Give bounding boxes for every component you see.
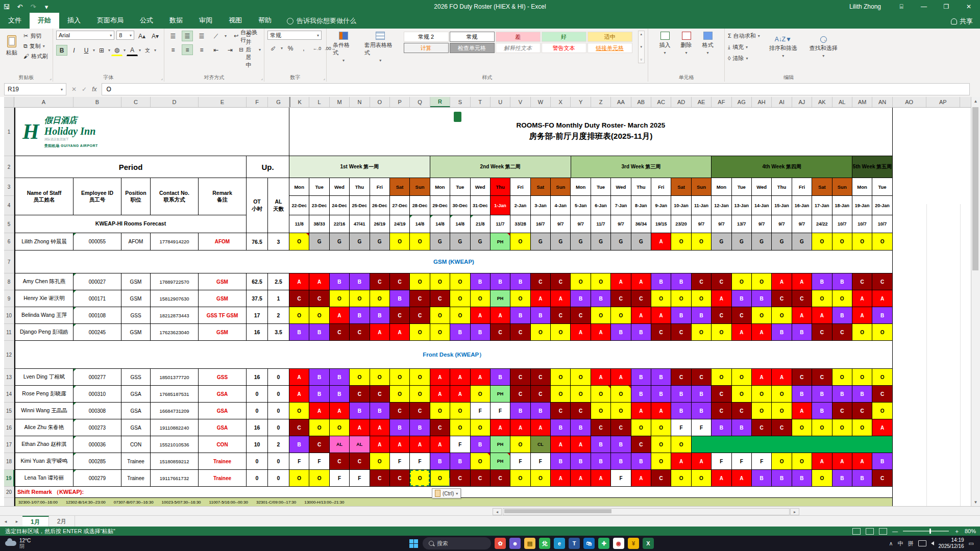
shift-cell-O[interactable]: O xyxy=(832,419,852,436)
position-cell[interactable]: GSS xyxy=(121,307,151,324)
shift-cell-C[interactable]: C xyxy=(551,307,571,324)
shift-cell-O[interactable]: O xyxy=(832,369,852,386)
shift-cell-O[interactable]: O xyxy=(350,369,370,386)
shift-cell-C[interactable]: C xyxy=(631,436,651,453)
ot-cell[interactable]: 0 xyxy=(247,470,268,487)
shift-cell-G[interactable]: G xyxy=(792,233,812,251)
al-cell[interactable]: 0 xyxy=(268,386,289,403)
shift-cell-B[interactable]: B xyxy=(289,436,309,453)
chat-app-icon[interactable]: ✿ xyxy=(495,538,506,549)
teams-icon[interactable]: T xyxy=(569,538,580,549)
forecast-cell[interactable]: 24/22 xyxy=(812,215,832,233)
column-header-S[interactable]: S xyxy=(450,97,470,107)
al-cell[interactable]: 0 xyxy=(268,419,289,436)
staff-name-cell[interactable]: Lilith Zhong 钟晨晨 xyxy=(14,233,74,251)
shift-cell-O[interactable]: O xyxy=(410,470,430,487)
shift-cell-C[interactable]: C xyxy=(712,307,731,324)
row-header-null[interactable] xyxy=(4,498,14,506)
shift-cell-O[interactable]: O xyxy=(571,386,591,403)
remark-cell[interactable]: GSM xyxy=(199,324,247,341)
shift-cell-C[interactable]: C xyxy=(491,324,510,341)
day-name-cell[interactable]: Tue xyxy=(450,178,470,196)
column-header-O[interactable]: O xyxy=(370,97,390,107)
share-button[interactable]: 共享 xyxy=(951,17,973,26)
shift-cell-B[interactable]: B xyxy=(812,386,832,403)
cancel-entry-icon[interactable]: ✕ xyxy=(71,86,77,93)
decrease-indent-icon[interactable]: ⇤ xyxy=(210,44,222,55)
forecast-cell[interactable]: 11/8 xyxy=(289,215,309,233)
date-cell[interactable]: 7-Jan xyxy=(611,196,631,215)
row-header-17[interactable]: 17 xyxy=(4,436,14,453)
shift-cell-C[interactable]: C xyxy=(551,273,571,290)
forecast-cell[interactable]: 9/7 xyxy=(551,215,571,233)
number-dialog-launcher-icon[interactable]: ⌟ xyxy=(323,76,325,81)
gallery-scroll[interactable]: ▴▾▿ xyxy=(638,31,645,63)
clock[interactable]: 14:19 2025/12/16 xyxy=(939,537,964,549)
column-header-N[interactable]: N xyxy=(350,97,370,107)
column-header-T[interactable]: T xyxy=(471,97,491,107)
staff-name-cell[interactable]: Kimi Yuan 袁宇嵘鸣 xyxy=(14,453,74,470)
shift-cell-C[interactable]: C xyxy=(531,273,551,290)
shift-cell-O[interactable]: O xyxy=(551,369,571,386)
contact-cell[interactable]: 17889722570 xyxy=(151,273,199,290)
shift-cell-A[interactable]: A xyxy=(370,324,390,341)
forecast-cell[interactable]: 19/15 xyxy=(651,215,671,233)
al-cell[interactable]: 2 xyxy=(268,436,289,453)
align-top-icon[interactable]: ☰ xyxy=(167,31,179,41)
underline-button[interactable]: U xyxy=(81,45,92,56)
store-icon[interactable]: 🛍 xyxy=(583,538,595,549)
shift-cell-B[interactable]: B xyxy=(510,403,530,419)
shift-cell-O[interactable]: O xyxy=(289,403,309,419)
shift-cell-O[interactable]: O xyxy=(430,324,450,341)
forecast-cell[interactable]: 14/8 xyxy=(430,215,450,233)
column-header-R[interactable]: R xyxy=(430,97,450,107)
column-header-V[interactable]: V xyxy=(510,97,530,107)
shift-cell-O[interactable]: O xyxy=(390,233,410,251)
forecast-cell[interactable]: 13/7 xyxy=(732,215,752,233)
forecast-cell[interactable]: 9/7 xyxy=(692,215,712,233)
employee-id-cell[interactable]: 000036 xyxy=(74,436,121,453)
shift-cell-B[interactable]: B xyxy=(410,419,430,436)
remark-cell[interactable]: GSM xyxy=(199,273,247,290)
shift-cell-C[interactable]: C xyxy=(430,419,450,436)
shift-cell-B[interactable]: B xyxy=(289,324,309,341)
tell-me-box[interactable]: 告诉我你想要做什么 xyxy=(280,13,363,29)
tab-审阅[interactable]: 审阅 xyxy=(191,13,220,29)
day-name-cell[interactable]: Mon xyxy=(852,178,872,196)
shift-cell-O[interactable]: O xyxy=(471,453,491,470)
day-name-cell[interactable]: Thu xyxy=(631,178,651,196)
forecast-cell[interactable]: 11/7 xyxy=(591,215,611,233)
date-cell[interactable]: 28-Dec xyxy=(410,196,430,215)
shift-cell-B[interactable]: B xyxy=(872,307,892,324)
shift-cell-O[interactable]: O xyxy=(772,386,792,403)
align-right-icon[interactable]: ≡ xyxy=(196,44,207,55)
row-header-20[interactable]: 20 xyxy=(4,487,14,498)
date-cell[interactable]: 13-Jan xyxy=(732,196,752,215)
shift-cell-B[interactable]: B xyxy=(611,436,631,453)
merged-leave-block[interactable] xyxy=(692,436,893,453)
employee-id-cell[interactable]: 000171 xyxy=(74,290,121,307)
remark-cell[interactable]: GSA xyxy=(199,386,247,403)
column-header-X[interactable]: X xyxy=(551,97,571,107)
shift-cell-A[interactable]: A xyxy=(772,369,792,386)
shift-cell-G[interactable]: G xyxy=(591,233,611,251)
shift-cell-F[interactable]: F xyxy=(732,453,752,470)
column-header-W[interactable]: W xyxy=(531,97,551,107)
shift-cell-O[interactable]: O xyxy=(752,386,772,403)
shift-cell-C[interactable]: C xyxy=(611,419,631,436)
column-header-AJ[interactable]: AJ xyxy=(792,97,812,107)
shift-cell-C[interactable]: C xyxy=(812,324,832,341)
file-explorer-icon[interactable]: ▤ xyxy=(524,538,535,549)
date-cell[interactable]: 16-Jan xyxy=(792,196,812,215)
column-header-K[interactable]: K xyxy=(289,97,309,107)
shift-cell-A[interactable]: A xyxy=(450,369,470,386)
shift-cell-A[interactable]: A xyxy=(571,324,591,341)
column-header-AC[interactable]: AC xyxy=(651,97,671,107)
shift-cell-O[interactable]: O xyxy=(330,290,350,307)
shift-cell-CL[interactable]: CL xyxy=(531,436,551,453)
shift-cell-B[interactable]: B xyxy=(772,324,792,341)
date-cell[interactable]: 20-Jan xyxy=(872,196,892,215)
shift-cell-A[interactable]: A xyxy=(631,307,651,324)
date-cell[interactable]: 10-Jan xyxy=(671,196,691,215)
ot-cell[interactable]: 16 xyxy=(247,419,268,436)
